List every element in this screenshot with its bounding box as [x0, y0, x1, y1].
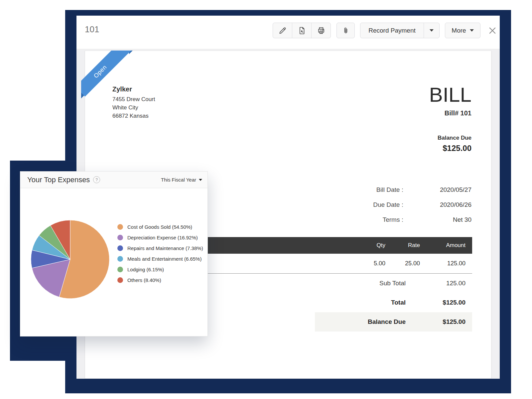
balance-due-value: $125.00	[438, 144, 471, 153]
vendor-address-block: Zylker 7455 Drew Court White City 66872 …	[112, 85, 155, 120]
expenses-legend: Cost of Goods Sold (54.50%)Depreciation …	[117, 221, 203, 285]
amount-column-header: Amount	[420, 242, 466, 249]
qty-column-header: Qty	[351, 242, 385, 249]
legend-swatch-icon	[117, 267, 123, 272]
legend-item: Others (8.40%)	[117, 275, 203, 285]
pdf-button[interactable]	[292, 23, 311, 38]
pdf-icon	[298, 26, 306, 35]
pencil-icon	[278, 26, 287, 35]
bill-date-label: Bill Date :	[299, 186, 403, 194]
edit-button[interactable]	[273, 23, 292, 38]
sub-total-value: 125.00	[427, 280, 472, 287]
ribbon-fold	[81, 92, 87, 98]
rate-cell: 25.00	[385, 260, 420, 267]
legend-item: Lodging (6.15%)	[117, 264, 203, 275]
document-heading: BILL Bill# 101	[429, 84, 471, 117]
period-selector[interactable]: This Fiscal Year	[161, 177, 202, 183]
legend-item: Repairs and Maintenance (7.38%)	[117, 243, 203, 253]
record-payment-dropdown-button[interactable]	[424, 23, 439, 38]
paperclip-icon	[342, 27, 350, 35]
vendor-address-line: 7455 Drew Court	[112, 95, 155, 103]
more-button[interactable]: More	[445, 23, 480, 38]
expenses-pie	[31, 220, 110, 299]
due-date-label: Due Date :	[299, 201, 403, 208]
rate-column-header: Rate	[385, 242, 420, 249]
record-payment-split-button: Record Payment	[360, 23, 440, 38]
balance-due-summary: Balance Due $125.00	[438, 135, 471, 153]
due-date-value: 2020/06/26	[403, 201, 471, 208]
document-type-title: BILL	[429, 84, 471, 105]
expenses-card-title: Your Top Expenses	[27, 176, 90, 184]
legend-label: Others (8.40%)	[127, 277, 161, 283]
close-button[interactable]	[487, 26, 497, 36]
close-icon	[488, 26, 497, 35]
top-expenses-card: Your Top Expenses ? This Fiscal Year Cos…	[20, 171, 208, 336]
record-payment-button[interactable]: Record Payment	[360, 23, 424, 38]
more-label: More	[452, 27, 466, 34]
bill-date-value: 2020/05/27	[403, 186, 471, 194]
terms-label: Terms :	[299, 216, 403, 223]
legend-item: Cost of Goods Sold (54.50%)	[117, 221, 203, 232]
caret-down-icon	[470, 29, 474, 32]
caret-down-icon	[430, 29, 434, 32]
help-icon[interactable]: ?	[93, 176, 100, 183]
legend-swatch-icon	[117, 256, 123, 262]
balance-due-label: Balance Due	[438, 135, 471, 141]
balance-row-value: $125.00	[427, 318, 472, 326]
legend-item: Depreciation Expense (16.92%)	[117, 232, 203, 243]
balance-due-row: Balance Due $125.00	[315, 312, 472, 332]
legend-swatch-icon	[117, 245, 123, 251]
legend-item: Meals and Entertainment (6.65%)	[117, 253, 203, 264]
status-badge: Open	[92, 64, 108, 79]
legend-label: Cost of Goods Sold (54.50%)	[127, 224, 192, 230]
bill-meta: Bill Date : 2020/05/27 Due Date : 2020/0…	[299, 182, 471, 227]
vendor-address-line: White City	[112, 103, 155, 112]
bill-reference: Bill# 101	[429, 109, 471, 117]
window-header: 101	[76, 16, 500, 49]
legend-label: Repairs and Maintenance (7.38%)	[127, 245, 203, 251]
legend-swatch-icon	[117, 224, 123, 230]
print-button[interactable]	[311, 23, 331, 38]
printer-icon	[317, 26, 326, 35]
terms-value: Net 30	[403, 216, 471, 223]
period-label: This Fiscal Year	[161, 177, 196, 183]
legend-label: Lodging (6.15%)	[127, 267, 164, 272]
balance-row-label: Balance Due	[315, 318, 427, 326]
help-glyph: ?	[96, 178, 98, 182]
legend-swatch-icon	[117, 235, 123, 240]
vendor-address-line: 66872 Kansas	[112, 112, 155, 120]
amount-cell: 125.00	[420, 260, 466, 267]
meta-row-due-date: Due Date : 2020/06/26	[299, 197, 471, 212]
record-payment-label: Record Payment	[368, 27, 416, 34]
qty-cell: 5.00	[351, 260, 385, 267]
caret-down-icon	[199, 179, 202, 181]
toolbar-icon-group	[273, 23, 331, 38]
vendor-name: Zylker	[112, 85, 155, 93]
expenses-card-header: Your Top Expenses ? This Fiscal Year	[20, 172, 207, 188]
meta-row-terms: Terms : Net 30	[299, 212, 471, 227]
legend-label: Depreciation Expense (16.92%)	[127, 235, 198, 240]
page: 101	[0, 0, 532, 399]
meta-row-bill-date: Bill Date : 2020/05/27	[299, 182, 471, 197]
page-title-bill-number: 101	[85, 24, 99, 35]
attachment-button[interactable]	[336, 23, 355, 38]
total-value: $125.00	[427, 299, 472, 306]
legend-swatch-icon	[117, 277, 123, 283]
ribbon-fold	[129, 51, 133, 54]
legend-label: Meals and Entertainment (6.65%)	[127, 256, 201, 262]
